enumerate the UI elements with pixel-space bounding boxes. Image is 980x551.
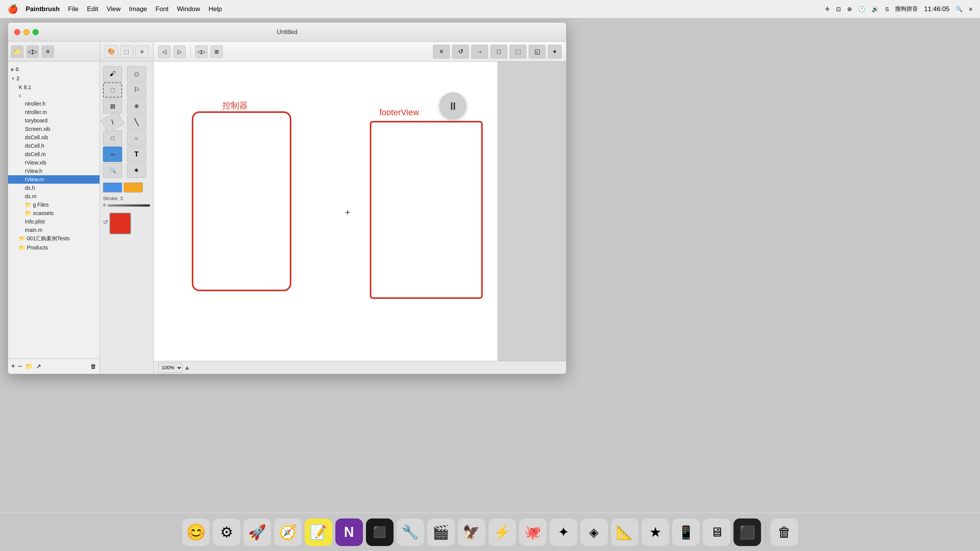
dock-app6[interactable]: 📱 — [672, 518, 700, 546]
tool-magnify[interactable]: 🔍 — [103, 163, 122, 178]
toolbar-grid-btn[interactable]: ⬚ — [120, 46, 133, 58]
tree-item-gfiles[interactable]: 📁 g Files — [8, 201, 100, 209]
dock-app3[interactable]: ◈ — [580, 518, 608, 546]
tool-clone[interactable]: ❖ — [127, 163, 146, 178]
dock-filezilla[interactable]: ⚡ — [488, 518, 516, 546]
dock-terminal[interactable]: ⬛ — [366, 518, 394, 546]
dock-eagle[interactable]: 🦅 — [458, 518, 485, 546]
search-icon[interactable]: 🔍 — [956, 6, 963, 13]
nav-btn[interactable]: ◁▷ — [195, 46, 207, 58]
tool-select[interactable]: ⬚ — [103, 82, 122, 98]
toolbar-format-btn[interactable]: ≡ — [136, 46, 149, 58]
tree-item-storyboard[interactable]: toryboard — [8, 116, 100, 125]
tree-item-tests[interactable]: 📁 001汇购案例Tests — [8, 234, 100, 243]
view-btn-2[interactable]: ↺ — [452, 45, 469, 59]
tree-item-mainm[interactable]: main.m — [8, 226, 100, 234]
tree-item-dscell-xib[interactable]: dsCell.xib — [8, 133, 100, 142]
tree-group-2[interactable]: ▼ 2 — [8, 74, 100, 83]
tool-rect[interactable]: □ — [103, 130, 122, 146]
view-btn-1[interactable]: ≡ — [433, 45, 450, 59]
tree-item-rview-xib[interactable]: rView.xib — [8, 158, 100, 167]
tool-ellipse[interactable]: ○ — [127, 130, 146, 146]
menu-edit[interactable]: Edit — [87, 5, 98, 13]
forward-btn[interactable]: ▷ — [173, 46, 186, 58]
folder-btn[interactable]: 📁 — [25, 363, 33, 370]
tree-group-0[interactable]: ▶ 0 — [8, 65, 100, 74]
dock-app7[interactable]: 🖥 — [703, 518, 730, 546]
zoom-select[interactable]: 100% — [158, 363, 183, 373]
stroke-handle[interactable] — [103, 204, 106, 207]
dock-finder[interactable]: 😊 — [182, 518, 210, 546]
back-btn[interactable]: ◁ — [158, 46, 170, 58]
dock-safari[interactable]: 🧭 — [274, 518, 302, 546]
close-button[interactable] — [14, 29, 20, 35]
sidebar-folder-btn[interactable]: 📁 — [11, 46, 23, 58]
menu-window[interactable]: Window — [177, 5, 200, 13]
tool-text[interactable]: T — [127, 147, 146, 162]
dock-app1[interactable]: 🐙 — [519, 518, 547, 546]
add-item-btn[interactable]: + — [11, 362, 15, 370]
tree-item-dscell-h[interactable]: dsCell.h — [8, 142, 100, 150]
dock-notes[interactable]: 📝 — [305, 518, 332, 546]
tree-item-controller-m[interactable]: ntroller.m — [8, 108, 100, 116]
tool-paintbrush[interactable]: 🖌 — [103, 66, 122, 82]
view-btn-4[interactable]: □ — [490, 45, 507, 59]
sougou-label[interactable]: 搜狗拼音 — [895, 5, 918, 13]
tree-item-dscell-m[interactable]: dsCell.m — [8, 150, 100, 158]
dock-app8[interactable]: ⬛ — [733, 518, 761, 546]
tree-item-rview-m[interactable]: rView.m — [8, 175, 100, 184]
remove-item-btn[interactable]: − — [18, 362, 23, 370]
tree-item-products[interactable]: 📁 Products — [8, 243, 100, 252]
tool-roundrect[interactable]: ▭ — [103, 147, 122, 162]
menu-file[interactable]: File — [68, 5, 78, 13]
tree-item-rview-h[interactable]: rView.h — [8, 167, 100, 175]
tree-item-controller-h[interactable]: ntroller.h — [8, 99, 100, 108]
dock-app4[interactable]: 📐 — [611, 518, 639, 546]
sidebar-list-btn[interactable]: ≡ — [42, 46, 54, 58]
dock-app5[interactable]: ★ — [642, 518, 669, 546]
trash-btn[interactable]: 🗑 — [90, 363, 96, 370]
tool-lasso[interactable]: ⚐ — [127, 82, 146, 98]
view-btn-6[interactable]: ◱ — [529, 45, 546, 59]
swatch-orange[interactable] — [124, 183, 143, 192]
tool-line[interactable]: ╲ — [127, 114, 146, 130]
dock-app2[interactable]: ✦ — [550, 518, 577, 546]
canvas-area[interactable]: 控制器 footerView + ⏸ — [154, 62, 497, 361]
tree-item-k81[interactable]: K 8.1 — [8, 83, 100, 91]
view-btn-3[interactable]: → — [471, 45, 488, 59]
swatch-blue[interactable] — [103, 183, 122, 192]
zoom-up-btn[interactable]: ▲ — [184, 364, 190, 371]
view-btn-5[interactable]: ⬚ — [510, 45, 526, 59]
menu-paintbrush[interactable]: Paintbrush — [26, 5, 60, 13]
menu-image[interactable]: Image — [129, 5, 147, 13]
dock-tools[interactable]: 🔧 — [397, 518, 424, 546]
menu-view[interactable]: View — [107, 5, 121, 13]
tree-item-xcassets[interactable]: 📁 xcassets — [8, 209, 100, 217]
list-icon[interactable]: ≡ — [969, 6, 972, 12]
add-view-btn[interactable]: + — [548, 45, 562, 59]
dock-onenote[interactable]: N — [335, 518, 363, 546]
apple-menu[interactable]: 🍎 — [8, 4, 18, 14]
dock-launchpad[interactable]: 🚀 — [243, 518, 271, 546]
tree-item-infoplist[interactable]: Info.plist — [8, 217, 100, 226]
menu-font[interactable]: Font — [155, 5, 168, 13]
tool-eyedropper[interactable]: ⊕ — [127, 98, 146, 114]
toolbar-color-btn[interactable]: 🎨 — [105, 46, 118, 58]
maximize-button[interactable] — [33, 29, 39, 35]
tool-fill[interactable]: ▧ — [103, 98, 122, 114]
tree-item-s[interactable]: s — [8, 91, 100, 99]
minimize-button[interactable] — [23, 29, 29, 35]
tree-item-screen-xib[interactable]: Screen.xib — [8, 125, 100, 133]
tool-pencil[interactable]: / — [100, 111, 124, 134]
dock-sysprefs[interactable]: ⚙ — [213, 518, 240, 546]
dock-movie[interactable]: 🎬 — [427, 518, 455, 546]
tool-eraser[interactable]: ◻ — [127, 66, 146, 82]
dock-trash[interactable]: 🗑 — [771, 518, 798, 546]
pause-button[interactable]: ⏸ — [439, 92, 467, 120]
stroke-slider[interactable] — [108, 204, 150, 207]
grid-btn[interactable]: ⊞ — [211, 46, 223, 58]
sougou-icon[interactable]: S — [885, 6, 889, 12]
color-preview[interactable] — [109, 213, 131, 234]
tree-item-ds-h[interactable]: ds.h — [8, 184, 100, 192]
sidebar-nav-btn[interactable]: ◁▷ — [26, 46, 39, 58]
